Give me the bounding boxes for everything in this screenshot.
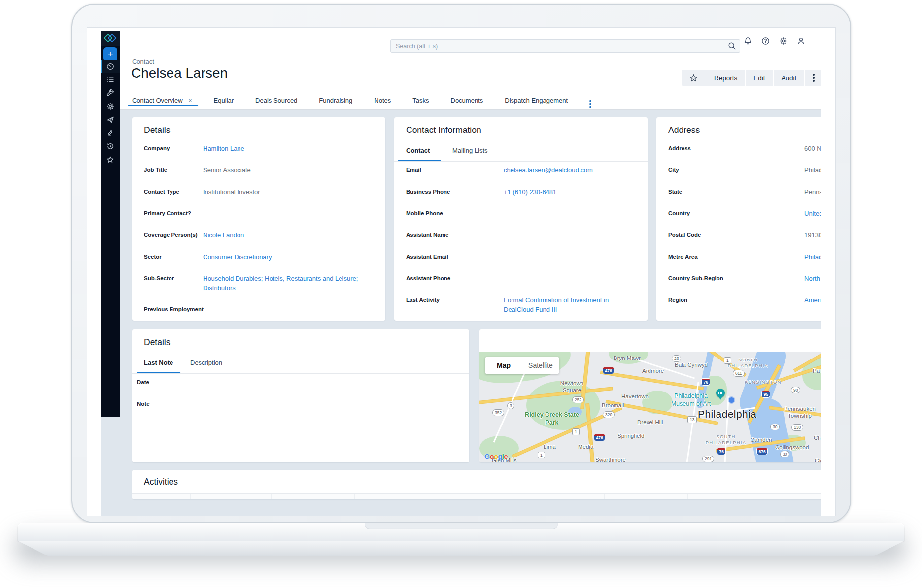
dealcloud-logo[interactable] [101,31,120,46]
field-value-link[interactable]: North [804,274,821,284]
field-label: Coverage Person(s) [144,232,198,238]
map-label: Collingswood [775,444,809,450]
field-row-job-title: Job Title Senior Associate [132,164,385,186]
tab-documents[interactable]: Documents [451,93,483,104]
field-label: State [668,189,682,195]
map-label: Bala Cynwyd [675,362,708,368]
field-label: Note [137,401,150,407]
activities-table-header [132,493,821,499]
more-tabs-button[interactable] [589,93,591,108]
field-row-primary-contact: Primary Contact? [132,207,385,229]
route-shield: 291 [702,456,714,462]
send-icon [106,116,114,124]
tab-contact[interactable]: Contact [406,147,430,154]
field-label: Address [668,145,691,151]
field-label: Sector [144,254,162,260]
google-logo: Google [484,453,508,460]
field-value-link[interactable]: Consumer Discretionary [203,253,376,262]
map-label: Palr [813,368,821,374]
tab-description[interactable]: Description [190,359,222,366]
tab-tasks[interactable]: Tasks [412,93,429,104]
field-row-previous-employment: Previous Employment [132,303,385,321]
field-row-sector: Sector Consumer Discretionary [132,251,385,272]
history-icon [106,142,114,150]
tab-contact-overview[interactable]: Contact Overview× [132,93,192,104]
map-pin-icon[interactable] [716,389,725,397]
sidebar-item-transfer[interactable] [101,126,120,139]
sidebar-item-dispatch[interactable] [101,113,120,126]
tab-dispatch-engagement[interactable]: Dispatch Engagement [505,93,568,104]
field-value-link[interactable]: chelsea.larsen@dealcloud.com [504,166,622,175]
tab-deals-sourced[interactable]: Deals Sourced [255,93,297,104]
laptop-base-skirt [18,541,904,556]
more-actions-button[interactable] [805,70,821,86]
field-value: 19130 [804,231,821,240]
satellite-button[interactable]: Satellite [522,357,559,374]
star-icon [689,74,698,82]
field-value-link[interactable]: Philad [804,253,821,262]
tab-notes[interactable]: Notes [374,93,391,104]
sidebar-item-lists[interactable] [101,73,120,86]
topbar-icons [743,36,806,46]
field-value-link[interactable]: Nicole Landon [203,231,376,240]
wrench-icon [106,89,114,97]
close-tab-icon[interactable]: × [189,98,192,104]
activities-header-cell [191,494,272,499]
sidebar-item-history[interactable] [101,139,120,153]
favorite-button[interactable] [682,70,706,86]
field-row-date: Date [132,376,469,398]
sidebar-item-tools[interactable] [101,86,120,99]
field-label: Metro Area [668,254,698,260]
field-value-link[interactable]: Formal Confirmation of Investment in Dea… [504,296,622,315]
map-label: Camden [751,437,772,443]
logo-letter: o [494,453,498,460]
tab-mailing-lists[interactable]: Mailing Lists [452,147,488,154]
field-row-last-activity: Last Activity Formal Confirmation of Inv… [394,294,648,321]
map-poi-label[interactable]: Philadelphia Museum of Art [666,392,716,408]
field-value-link[interactable]: Hamilton Lane [203,144,376,154]
edit-button[interactable]: Edit [746,70,773,86]
tab-fundraising[interactable]: Fundraising [319,93,352,104]
route-shield: 23 [672,355,681,362]
sidebar-item-dashboard[interactable] [101,60,120,73]
route-shield: 130 [791,424,803,431]
field-value: Senior Associate [203,166,376,175]
settings-icon[interactable] [779,36,788,46]
map-button[interactable]: Map [485,357,522,374]
page: Contact Chelsea Larsen Reports Edit Audi… [0,0,922,588]
dashboard-icon [106,63,114,70]
map-label: Broomall [602,402,624,408]
search-icon[interactable] [727,41,737,51]
laptop-screen: Contact Chelsea Larsen Reports Edit Audi… [87,27,836,516]
sidebar-item-favorites[interactable] [101,153,120,166]
record-actions: Reports Edit Audit [682,70,821,86]
activities-card: Activities [132,470,821,499]
google-map[interactable]: Bryn Mawr Ardmore Bala Cynwyd Newtown Sq… [479,352,821,462]
user-icon[interactable] [796,36,806,46]
reports-button[interactable]: Reports [706,70,745,86]
field-label: Mobile Phone [406,210,443,216]
add-button[interactable]: + [103,47,117,61]
field-row-business-phone: Business Phone +1 (610) 230-6481 [394,186,648,207]
field-value: Penns [804,188,821,197]
help-icon[interactable] [761,36,770,46]
route-shield: 90 [791,387,800,393]
sidebar-item-settings[interactable] [101,99,120,113]
route-shield: 13 [687,416,697,423]
map-label: Ardmore [642,368,664,374]
search-input[interactable] [390,39,740,53]
route-shield: 1 [572,428,580,435]
tab-equilar[interactable]: Equilar [214,93,234,104]
map-label: Havertown [621,393,649,399]
field-value-link[interactable]: +1 (610) 230-6481 [504,188,622,197]
tab-last-note[interactable]: Last Note [144,359,173,366]
notifications-icon[interactable] [743,36,752,46]
field-value-link[interactable]: Household Durables; Hotels, Restaurants … [203,274,373,293]
laptop-lid: Contact Chelsea Larsen Reports Edit Audi… [71,4,851,523]
audit-button[interactable]: Audit [774,70,805,86]
field-value-link[interactable]: United [804,209,821,219]
field-label: Date [137,379,149,385]
field-value-link[interactable]: Ameri [804,296,821,305]
field-label: Assistant Email [406,254,448,260]
field-label: Job Title [144,167,167,173]
